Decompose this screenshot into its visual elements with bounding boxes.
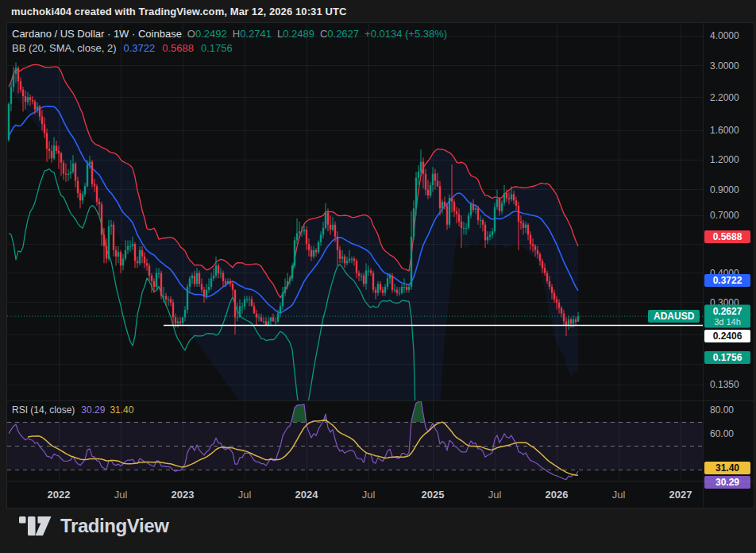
bb-basis-value: 0.3722 <box>124 42 156 54</box>
time-tick-label: 2027 <box>657 489 704 501</box>
rsi-value: 30.29 <box>81 404 105 416</box>
price-scale[interactable]: 4.00003.00002.20001.60001.20000.90000.70… <box>703 23 754 400</box>
rsi-legend: RSI (14, close)30.2931.40 <box>12 404 133 416</box>
bb-indicator-title[interactable]: BB (20, SMA, close, 2) <box>12 42 117 54</box>
price-tick-label: 3.0000 <box>710 60 739 72</box>
symbol-title[interactable]: Cardano / US Dollar · 1W · Coinbase <box>12 28 182 40</box>
high-label: H <box>233 28 240 40</box>
time-tick-label: Jul <box>221 489 268 501</box>
main-legend: Cardano / US Dollar · 1W · CoinbaseO0.24… <box>12 27 447 56</box>
screenshot-root: muchoki404 created with TradingView.com,… <box>0 0 756 553</box>
price-countdown: 3d 14h <box>708 317 747 327</box>
bb-legend-row: BB (20, SMA, close, 2)0.37220.56880.1756 <box>12 41 447 56</box>
bb-lower-value: 0.1756 <box>201 42 233 54</box>
price-tick-label: 4.0000 <box>710 30 739 41</box>
rsi-axis-badge: 30.29 <box>704 476 750 489</box>
rsi-indicator-title[interactable]: RSI (14, close) <box>12 404 75 416</box>
price-axis-badge: 0.5688 <box>704 230 750 243</box>
close-label: C <box>320 28 327 40</box>
rsi-ma-value: 31.40 <box>110 404 133 416</box>
rsi-tick-label: 60.00 <box>710 428 734 439</box>
close-value: 0.2627 <box>327 28 359 40</box>
rsi-tick-label: 80.00 <box>710 404 734 416</box>
price-tick-label: 1.2000 <box>710 154 739 165</box>
price-axis-badge: 0.2406 <box>704 330 750 342</box>
chart-widget: Cardano / US Dollar · 1W · CoinbaseO0.24… <box>6 22 754 509</box>
price-tick-label: 1.6000 <box>710 125 739 136</box>
time-tick-label: Jul <box>345 489 392 501</box>
time-tick-label: 2023 <box>159 489 206 501</box>
price-line-symbol-label: ADAUSD <box>648 310 700 323</box>
attribution-bar: muchoki404 created with TradingView.com,… <box>11 6 346 17</box>
open-value: 0.2492 <box>195 28 227 40</box>
price-axis-badge: 0.1756 <box>704 351 750 364</box>
time-tick-label: 2025 <box>409 489 457 501</box>
time-axis[interactable]: 2022Jul2023Jul2024Jul2025Jul2026Jul2027 <box>7 481 703 509</box>
bb-upper-value: 0.5688 <box>162 42 194 54</box>
rsi-scale[interactable]: 80.0060.0031.4030.29 <box>703 401 754 480</box>
tradingview-logo-icon[interactable] <box>19 516 52 536</box>
time-axis-separator <box>7 481 754 481</box>
time-tick-label: 2022 <box>35 489 83 501</box>
time-tick-label: Jul <box>471 489 519 501</box>
price-axis-badge: 0.26273d 14h <box>704 305 750 328</box>
footer: TradingView <box>19 515 169 537</box>
time-tick-label: 2024 <box>283 489 330 501</box>
rsi-axis-badge: 31.40 <box>704 462 750 474</box>
price-scale-separator <box>703 23 704 508</box>
time-tick-label: 2026 <box>533 489 580 501</box>
symbol-legend-row: Cardano / US Dollar · 1W · CoinbaseO0.24… <box>12 27 447 41</box>
price-tick-label: 0.9000 <box>710 184 739 195</box>
open-label: O <box>187 28 195 40</box>
low-value: 0.2489 <box>283 28 314 40</box>
high-value: 0.2741 <box>240 28 272 40</box>
tradingview-wordmark[interactable]: TradingView <box>60 515 169 537</box>
price-tick-label: 0.7000 <box>710 210 739 221</box>
price-tick-label: 0.1350 <box>710 379 739 390</box>
time-tick-label: Jul <box>97 489 145 501</box>
price-tick-label: 2.2000 <box>710 92 739 103</box>
pane-separator[interactable] <box>7 400 754 401</box>
price-axis-badge: 0.3722 <box>704 274 750 287</box>
change-value: +0.0134 (+5.38%) <box>364 28 447 40</box>
price-pane-canvas[interactable] <box>7 23 703 400</box>
time-tick-label: Jul <box>595 489 642 501</box>
